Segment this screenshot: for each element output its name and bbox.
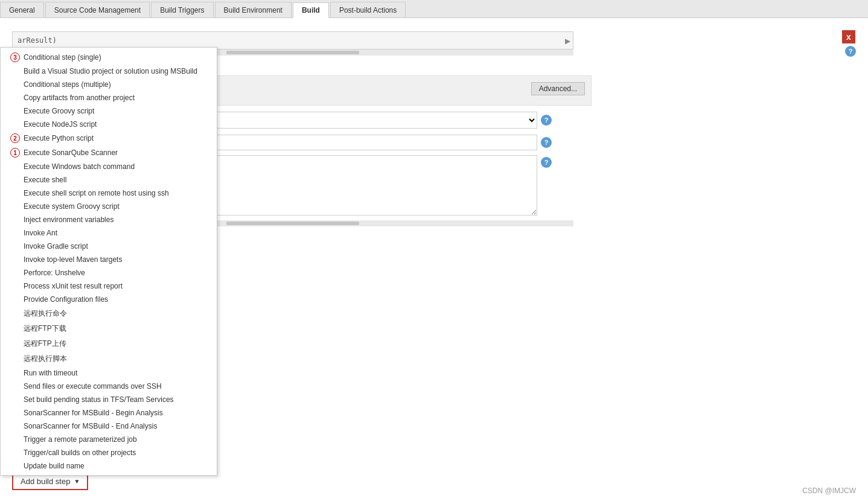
dropdown-item[interactable]: 1Execute SonarQube Scanner	[1, 145, 217, 160]
dropdown-item[interactable]: SonarScanner for MSBuild - Begin Analysi…	[1, 406, 217, 420]
scroll-arrow: ▶	[565, 37, 570, 45]
dropdown-item-label: Inject environment variables	[24, 215, 113, 224]
badge-icon: 2	[10, 133, 20, 143]
tab-bar: General Source Code Management Build Tri…	[0, 0, 868, 18]
dropdown-item[interactable]: Run with timeout	[1, 366, 217, 380]
dropdown-item-label: 远程FTP下载	[24, 324, 66, 334]
dropdown-item-label: Invoke Ant	[24, 229, 57, 237]
dropdown-item[interactable]: Execute shell script on remote host usin…	[1, 187, 217, 200]
dropdown-item-label: SonarScanner for MSBuild - Begin Analysi…	[24, 409, 163, 417]
badge-icon: 3	[10, 53, 20, 62]
dropdown-item[interactable]: 远程FTP上传	[1, 336, 217, 351]
dropdown-item[interactable]: SonarScanner for MSBuild - End Analysis	[1, 420, 217, 433]
dropdown-item-label: Execute Windows batch command	[24, 162, 135, 171]
section-btns-1: x ?	[842, 30, 856, 57]
dropdown-item-label: Execute SonarQube Scanner	[24, 148, 118, 157]
dropdown-item[interactable]: Invoke Gradle script	[1, 240, 217, 253]
watermark: CSDN @IMJCW	[802, 487, 856, 495]
dropdown-item-label: Execute Groovy script	[24, 107, 94, 115]
dropdown-item[interactable]: Execute shell	[1, 173, 217, 187]
dropdown-item-label: Conditional steps (multiple)	[24, 80, 111, 89]
dropdown-item-label: Conditional step (single)	[24, 53, 101, 62]
help-icon-1[interactable]: ?	[845, 46, 856, 57]
dropdown-item[interactable]: Execute Groovy script	[1, 104, 217, 118]
help-icon-3[interactable]: ?	[541, 137, 552, 148]
dropdown-item-label: Build a Visual Studio project or solutio…	[24, 67, 197, 75]
tab-environment[interactable]: Build Environment	[215, 2, 292, 18]
dropdown-item[interactable]: Execute system Groovy script	[1, 200, 217, 213]
dropdown-item[interactable]: 远程FTP下载	[1, 321, 217, 336]
badge-icon: 1	[10, 148, 20, 158]
tab-post-build[interactable]: Post-build Actions	[330, 2, 406, 18]
dropdown-item-label: Execute NodeJS script	[24, 120, 97, 129]
dropdown-item[interactable]: Conditional steps (multiple)	[1, 78, 217, 91]
dropdown-item[interactable]: Send files or execute commands over SSH	[1, 380, 217, 393]
dropdown-item-label: SonarScanner for MSBuild - End Analysis	[24, 422, 157, 430]
dropdown-item-label: Execute shell	[24, 176, 66, 184]
dropdown-item-label: Copy artifacts from another project	[24, 94, 135, 102]
dropdown-item-label: Perforce: Unshelve	[24, 269, 85, 277]
tab-triggers[interactable]: Build Triggers	[151, 2, 213, 18]
dropdown-item[interactable]: 3Conditional step (single)	[1, 50, 217, 65]
tab-build[interactable]: Build	[293, 2, 329, 18]
dropdown-item-label: 远程执行命令	[24, 308, 67, 319]
dropdown-item[interactable]: Provide Configuration files	[1, 293, 217, 306]
dropdown-item-label: Invoke Gradle script	[24, 242, 88, 250]
dropdown-item-label: Trigger/call builds on other projects	[24, 448, 136, 457]
dropdown-item[interactable]: Trigger/call builds on other projects	[1, 446, 217, 459]
dropdown-item-label: Trigger a remote parameterized job	[24, 435, 137, 444]
dropdown-item[interactable]: Invoke top-level Maven targets	[1, 253, 217, 266]
dropdown-item-label: Send files or execute commands over SSH	[24, 382, 162, 391]
dropdown-item[interactable]: Invoke Ant	[1, 226, 217, 240]
dropdown-item[interactable]: 2Execute Python script	[1, 131, 217, 145]
main-content: arResult) ▶ x ? ables	[0, 18, 868, 501]
dropdown-item[interactable]: Set build pending status in TFS/Team Ser…	[1, 393, 217, 406]
tab-general[interactable]: General	[0, 2, 44, 18]
delete-button-1[interactable]: x	[842, 30, 855, 43]
dropdown-item-label: Invoke top-level Maven targets	[24, 255, 122, 264]
dropdown-item-label: 远程FTP上传	[24, 339, 66, 349]
dropdown-item[interactable]: Update build name	[1, 459, 217, 473]
dropdown-item[interactable]: 远程执行脚本	[1, 351, 217, 366]
dropdown-item[interactable]: Perforce: Unshelve	[1, 266, 217, 279]
dropdown-arrow-icon: ▼	[74, 478, 80, 485]
dropdown-item-label: Provide Configuration files	[24, 295, 108, 304]
dropdown-item[interactable]: Copy artifacts from another project	[1, 91, 217, 104]
dropdown-item-label: Process xUnit test result report	[24, 282, 123, 290]
dropdown-item[interactable]: Trigger a remote parameterized job	[1, 433, 217, 446]
help-icon-4[interactable]: ?	[541, 157, 552, 168]
code-text: arResult)	[18, 36, 57, 45]
help-icon-2[interactable]: ?	[541, 115, 552, 126]
dropdown-item[interactable]: Execute Windows batch command	[1, 160, 217, 173]
dropdown-item[interactable]: Build a Visual Studio project or solutio…	[1, 65, 217, 78]
add-build-step-dropdown: 3Conditional step (single)Build a Visual…	[0, 47, 217, 476]
dropdown-item-label: Update build name	[24, 462, 85, 470]
dropdown-item-label: 远程执行脚本	[24, 354, 67, 364]
dropdown-item-label: Execute Python script	[24, 134, 94, 142]
dropdown-item[interactable]: Inject environment variables	[1, 213, 217, 226]
dropdown-item[interactable]: Process xUnit test result report	[1, 279, 217, 293]
advanced-button[interactable]: Advanced...	[531, 82, 585, 95]
dropdown-item[interactable]: Execute NodeJS script	[1, 118, 217, 131]
dropdown-item-label: Run with timeout	[24, 369, 77, 377]
dropdown-item-label: Execute shell script on remote host usin…	[24, 189, 169, 197]
dropdown-item-label: Set build pending status in TFS/Team Ser…	[24, 395, 174, 404]
dropdown-item[interactable]: 远程执行命令	[1, 306, 217, 321]
dropdown-item-label: Execute system Groovy script	[24, 202, 120, 211]
tab-scm[interactable]: Source Code Management	[45, 2, 150, 18]
